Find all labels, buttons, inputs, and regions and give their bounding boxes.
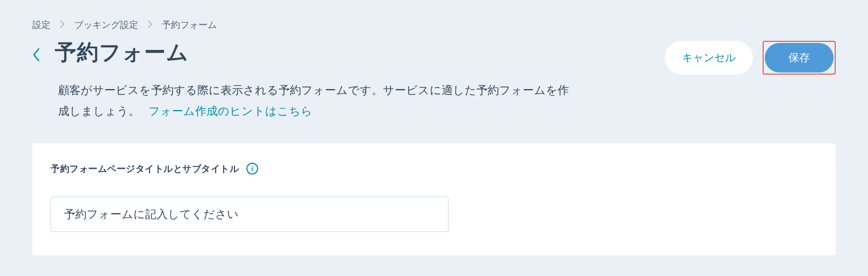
back-button[interactable]	[32, 48, 40, 62]
hint-link[interactable]: フォーム作成のヒントはこちら	[148, 105, 312, 117]
description-text: 顧客がサービスを予約する際に表示される予約フォームです。サービスに適した予約フォ…	[58, 84, 569, 117]
section-title: 予約フォームページタイトルとサブタイトル	[51, 163, 239, 175]
breadcrumb-item-booking-settings[interactable]: ブッキング設定	[74, 19, 138, 31]
form-card: 予約フォームページタイトルとサブタイトル i	[32, 143, 836, 256]
breadcrumb-item-booking-form: 予約フォーム	[162, 19, 217, 31]
cancel-button[interactable]: キャンセル	[665, 41, 753, 75]
page-title-input[interactable]	[51, 197, 449, 232]
info-icon[interactable]: i	[246, 163, 258, 175]
chevron-right-icon	[148, 20, 152, 31]
page-description: 顧客がサービスを予約する際に表示される予約フォームです。サービスに適した予約フォ…	[58, 80, 569, 122]
page-title: 予約フォーム	[55, 38, 189, 67]
save-button[interactable]: 保存	[765, 43, 834, 72]
breadcrumb-item-settings[interactable]: 設定	[32, 19, 51, 31]
chevron-right-icon	[60, 20, 65, 31]
breadcrumb: 設定 ブッキング設定 予約フォーム	[32, 19, 836, 31]
